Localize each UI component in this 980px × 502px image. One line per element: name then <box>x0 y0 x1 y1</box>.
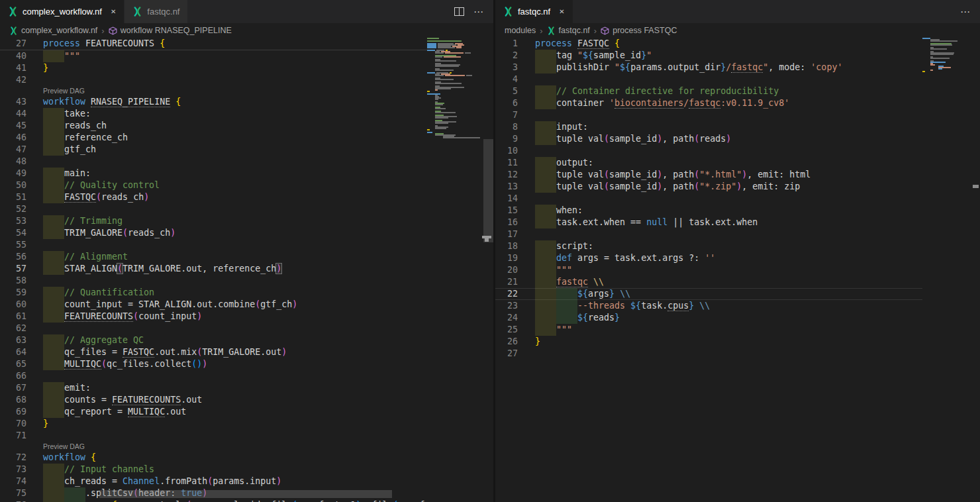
code-line[interactable]: 53 // Trimming <box>0 215 427 227</box>
code-line[interactable]: 54 TRIM_GALORE(reads_ch) <box>0 227 427 239</box>
code-line[interactable]: 5 // Container directive for reproducibi… <box>495 85 922 97</box>
code-line[interactable]: 59 // Quantification <box>0 287 427 299</box>
code-line[interactable]: 21 fastqc \\ <box>495 276 922 288</box>
code-token: ( <box>604 170 609 179</box>
code-line[interactable]: 22 ${args} \\ <box>495 288 922 300</box>
code-token: .out.mix <box>154 347 197 357</box>
code-line[interactable]: 43workflow RNASEQ_PIPELINE { <box>0 96 427 108</box>
code-line[interactable]: 47 gtf_ch <box>0 144 427 156</box>
code-line[interactable]: 3 publishDir "${params.output_dir}/fastq… <box>495 62 922 74</box>
breadcrumb-item[interactable]: modules <box>505 26 536 35</box>
code-line[interactable]: 13 tuple val(sample_id), path("*.zip"), … <box>495 181 922 193</box>
code-line[interactable]: 14 <box>495 193 922 205</box>
line-number: 58 <box>0 275 26 287</box>
code-line[interactable]: 17 <box>495 228 922 240</box>
sticky-scroll-line[interactable]: 27process FEATURECOUNTS { <box>0 38 427 50</box>
breadcrumb-item[interactable]: workflow RNASEQ_PIPELINE <box>109 26 232 35</box>
code-line[interactable]: 44 take: <box>0 108 427 120</box>
code-line[interactable]: 52 <box>0 203 427 215</box>
code-line[interactable]: 76 .map { row -> tuple(row.sample_id, fi… <box>0 499 427 502</box>
code-line[interactable]: 60 count_input = STAR_ALIGN.out.combine(… <box>0 299 427 311</box>
codelens-preview-dag-link[interactable]: Preview DAG <box>43 442 85 452</box>
code-line[interactable]: 57 STAR_ALIGN(TRIM_GALORE.out, reference… <box>0 263 427 275</box>
code-editor-right[interactable]: 1process FASTQC {2 tag "${sample_id}"3 p… <box>495 38 922 502</box>
line-number: 54 <box>0 227 26 239</box>
code-line[interactable]: 20 """ <box>495 264 922 276</box>
code-line[interactable]: 61 FEATURECOUNTS(count_input) <box>0 311 427 323</box>
code-token <box>535 86 556 96</box>
code-line[interactable]: 4 <box>495 74 922 85</box>
code-line[interactable]: 73 // Input channels <box>0 464 427 476</box>
code-token <box>535 289 577 299</box>
breadcrumb-item[interactable]: fastqc.nf <box>547 26 590 35</box>
tab-fastqc-left[interactable]: fastqc.nf <box>124 0 188 23</box>
breadcrumb-label: modules <box>505 26 536 35</box>
code-line[interactable]: 26} <box>495 336 922 348</box>
code-line[interactable]: 11 output: <box>495 157 922 169</box>
code-line[interactable]: 67 emit: <box>0 382 427 394</box>
code-line[interactable]: 64 qc_files = FASTQC.out.mix(TRIM_GALORE… <box>0 346 427 358</box>
code-line[interactable]: 9 tuple val(sample_id), path(reads) <box>495 133 922 145</box>
code-line[interactable]: 45 reads_ch <box>0 120 427 132</box>
code-line[interactable]: 19 def args = task.ext.args ?: '' <box>495 252 922 264</box>
code-line[interactable]: 51 FASTQC(reads_ch) <box>0 191 427 203</box>
code-editor-left[interactable]: 27process FEATURECOUNTS {40 """41}42Prev… <box>0 38 427 502</box>
code-line[interactable]: 74 ch_reads = Channel.fromPath(params.in… <box>0 476 427 487</box>
codelens-preview-dag-link[interactable]: Preview DAG <box>43 86 85 96</box>
code-line[interactable]: 62 <box>0 323 427 334</box>
code-line[interactable]: 66 <box>0 370 427 382</box>
vertical-scrollbar-left[interactable] <box>483 139 493 242</box>
code-token: } <box>43 63 48 73</box>
code-line[interactable]: 40 """ <box>0 50 427 62</box>
breadcrumb-item[interactable]: process FASTQC <box>601 26 677 35</box>
code-line[interactable]: 27 <box>495 348 922 360</box>
code-line[interactable]: 15 when: <box>495 205 922 217</box>
code-line[interactable]: 49 main: <box>0 168 427 179</box>
code-line[interactable]: 41} <box>0 62 427 74</box>
code-line[interactable]: 42 <box>0 74 427 86</box>
code-line[interactable]: 71 <box>0 430 427 442</box>
code-token: ( <box>604 181 609 191</box>
code-line[interactable]: 12 tuple val(sample_id), path("*.html"),… <box>495 169 922 181</box>
code-line[interactable]: 25 """ <box>495 324 922 336</box>
close-icon[interactable]: ✕ <box>111 8 116 15</box>
tab-complex-workflow[interactable]: complex_workflow.nf ✕ <box>0 0 124 23</box>
code-line[interactable]: 18 script: <box>495 240 922 252</box>
line-number: 55 <box>0 239 26 251</box>
code-line[interactable]: 24 ${reads} <box>495 312 922 324</box>
minimap-left[interactable] <box>427 38 483 502</box>
code-line[interactable]: 8 input: <box>495 121 922 133</box>
code-line[interactable]: 16 task.ext.when == null || task.ext.whe… <box>495 217 922 228</box>
code-line[interactable]: 1process FASTQC { <box>495 38 922 50</box>
code-token: ( <box>122 228 128 238</box>
code-line[interactable]: 65 MULTIQC(qc_files.collect()) <box>0 358 427 370</box>
code-line[interactable]: 58 <box>0 275 427 287</box>
line-number: 6 <box>495 97 518 109</box>
code-line[interactable]: 56 // Alignment <box>0 251 427 263</box>
code-line[interactable]: 68 counts = FEATURECOUNTS.out <box>0 394 427 406</box>
breadcrumb-label: fastqc.nf <box>559 26 590 35</box>
code-token <box>614 289 620 299</box>
code-line[interactable]: 46 reference_ch <box>0 132 427 144</box>
code-line[interactable]: 55 <box>0 239 427 251</box>
code-line[interactable]: 72workflow { <box>0 452 427 464</box>
code-line[interactable]: 23 --threads ${task.cpus} \\ <box>495 300 922 312</box>
code-line[interactable]: 2 tag "${sample_id}" <box>495 50 922 62</box>
code-line[interactable]: 69 qc_report = MULTIQC.out <box>0 406 427 418</box>
more-actions-icon[interactable]: ⋯ <box>960 7 971 17</box>
minimap-right[interactable] <box>922 38 968 502</box>
code-line[interactable]: 70} <box>0 418 427 430</box>
close-icon[interactable]: ✕ <box>559 8 564 15</box>
code-line[interactable]: 10 <box>495 145 922 157</box>
horizontal-scrollbar-left[interactable] <box>99 490 392 498</box>
more-actions-icon[interactable]: ⋯ <box>473 7 484 17</box>
breadcrumb-item[interactable]: complex_workflow.nf <box>9 26 97 35</box>
tab-fastqc-right[interactable]: fastqc.nf ✕ <box>495 0 573 23</box>
code-line[interactable]: 7 <box>495 109 922 121</box>
code-line[interactable]: 50 // Quality control <box>0 179 427 191</box>
code-line[interactable]: 63 // Aggregate QC <box>0 334 427 346</box>
line-number: 56 <box>0 251 26 263</box>
code-line[interactable]: 48 <box>0 156 427 168</box>
code-line[interactable]: 6 container 'biocontainers/fastqc:v0.11.… <box>495 97 922 109</box>
split-editor-icon[interactable] <box>454 7 464 16</box>
